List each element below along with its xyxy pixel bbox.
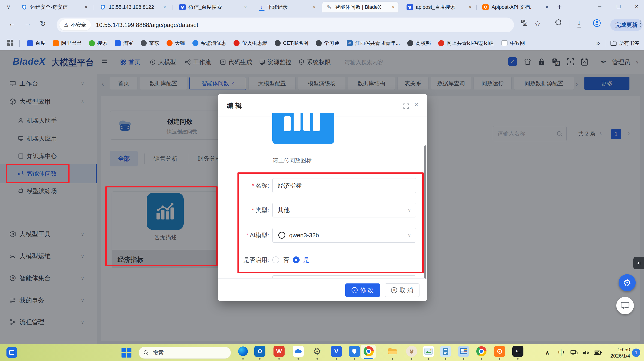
taskbar-edge-icon[interactable]: [238, 346, 248, 357]
taskbar-shield-icon[interactable]: [349, 346, 360, 357]
volume-muted-icon[interactable]: [582, 344, 590, 361]
taskbar-clock[interactable]: 16:50 2026/1/4: [604, 347, 630, 359]
tray-hidden-icons[interactable]: ∧: [545, 344, 550, 361]
taskbar-chrome-icon[interactable]: [363, 346, 374, 357]
network-icon[interactable]: [570, 344, 578, 361]
taskbar-netdisk-icon[interactable]: [406, 346, 417, 357]
annotation-box-card: [105, 186, 218, 266]
profile-icon[interactable]: [593, 19, 601, 27]
notification-badge[interactable]: 1: [632, 349, 640, 357]
ime-indicator[interactable]: 中: [558, 344, 564, 361]
window-close-button[interactable]: ×: [632, 3, 641, 10]
bookmark-item[interactable]: 高校邦: [407, 40, 431, 47]
download-favicon-icon: ↓: [259, 4, 264, 10]
tab-close-icon[interactable]: ×: [313, 4, 316, 10]
taskbar-vpn-icon[interactable]: V: [331, 346, 342, 357]
taskbar-search[interactable]: 搜索: [138, 347, 231, 359]
tab-search-icon[interactable]: ∨: [6, 4, 11, 10]
tab-close-icon[interactable]: ×: [84, 4, 88, 10]
bookmark-item[interactable]: 网上共青团-智慧团建: [438, 40, 494, 47]
taskbar-explorer-icon[interactable]: [387, 346, 398, 357]
menu-more-icon[interactable]: ⋮: [636, 19, 644, 28]
bookmark-item[interactable]: 搜索: [89, 40, 108, 47]
bookmark-favicon: [438, 40, 444, 46]
clock-date: 2026/1/4: [604, 353, 630, 359]
bookmark-label: 阿里巴巴: [61, 40, 82, 47]
extensions-icon[interactable]: [555, 19, 562, 26]
browser-tab[interactable]: 运维安全-奇安信 ×: [17, 2, 91, 12]
bookmark-item[interactable]: 帮您淘优惠: [192, 40, 226, 47]
collapse-panel-button[interactable]: [633, 257, 644, 269]
bookmark-item[interactable]: 天猫: [166, 40, 185, 47]
modal-expand-icon[interactable]: [402, 103, 410, 110]
taskbar-widget-icon[interactable]: [6, 347, 17, 358]
running-dot: [445, 358, 446, 360]
dataset-icon-upload[interactable]: [272, 113, 334, 144]
modal-scrollbar[interactable]: [424, 145, 426, 279]
cancel-button[interactable]: × 取 消: [385, 284, 420, 297]
modal-title: 编 辑: [227, 101, 242, 110]
bookmark-item[interactable]: 淘宝: [115, 40, 133, 47]
downloads-icon[interactable]: ↓: [578, 19, 581, 27]
all-bookmarks-button[interactable]: 所有书签: [610, 40, 640, 47]
taskbar-settings-icon[interactable]: ⚙: [312, 346, 323, 357]
security-chip[interactable]: ⚠ 不安全: [59, 19, 91, 30]
browser-tab[interactable]: apipost_百度搜索 ×: [403, 2, 476, 12]
icon-bar: [313, 113, 320, 131]
apps-grid-icon[interactable]: [7, 40, 14, 47]
browser-toolbar: ← → ↻ ⚠ 不安全 10.55.143.199:8888/aigc/page…: [0, 14, 644, 36]
taskbar-cloud-icon[interactable]: [293, 346, 304, 357]
tab-close-icon[interactable]: ×: [469, 4, 472, 10]
modal-close-icon[interactable]: ×: [414, 100, 418, 109]
bookmark-star-icon[interactable]: ☆: [534, 19, 541, 28]
taskbar-image-viewer-icon[interactable]: [423, 346, 434, 357]
taskbar-chrome2-icon[interactable]: [476, 346, 487, 357]
confirm-button[interactable]: ✓ 修 改: [345, 284, 380, 297]
bookmark-item[interactable]: 学习通: [316, 40, 339, 47]
tab-close-icon[interactable]: ×: [545, 4, 548, 10]
taskbar-control-panel-icon[interactable]: [458, 346, 469, 357]
battery-icon[interactable]: [594, 344, 602, 361]
new-tab-button[interactable]: +: [557, 2, 562, 11]
bookmarks-overflow-icon[interactable]: »: [596, 39, 600, 47]
chat-fab[interactable]: [616, 297, 634, 314]
address-bar[interactable]: ⚠ 不安全 10.55.143.199:8888/aigc/page/datas…: [56, 17, 514, 32]
tab-close-icon[interactable]: ×: [163, 4, 166, 10]
running-dot: [517, 358, 518, 360]
taskbar-apipost-icon[interactable]: [494, 346, 505, 357]
bookmark-label: 江西省共青团青年...: [355, 40, 400, 47]
running-dot: [278, 358, 280, 360]
baidu-favicon-icon: [406, 4, 413, 10]
browser-tab[interactable]: 微信_百度搜索 ×: [176, 2, 250, 12]
url-text[interactable]: 10.55.143.199:8888/aigc/page/dataset: [96, 21, 198, 29]
taskbar-terminal-icon[interactable]: >_: [512, 346, 524, 357]
forward-icon[interactable]: →: [24, 19, 32, 28]
bookmark-item[interactable]: 牛客网: [502, 40, 525, 47]
reload-icon[interactable]: ↻: [40, 19, 46, 28]
bookmark-item[interactable]: 百度: [27, 40, 46, 47]
bookmark-item[interactable]: JF江西省共青团青年...: [347, 40, 400, 47]
browser-tab-active[interactable]: ✎ 智能体问数 | BladeX ×: [322, 2, 398, 12]
taskbar-notes-icon[interactable]: [440, 346, 451, 357]
window-minimize-button[interactable]: –: [595, 3, 604, 10]
taskbar-wps-icon[interactable]: W: [274, 346, 284, 357]
bookmarks-bar: 百度 阿里巴巴 搜索 淘宝 京东 天猫 帮您淘优惠 萤火虫惠聚 CET报名网 学…: [0, 36, 644, 50]
bookmark-item[interactable]: 阿里巴巴: [53, 40, 82, 47]
tab-close-icon[interactable]: ×: [244, 4, 247, 10]
bookmark-item[interactable]: CET报名网: [275, 40, 308, 47]
bookmark-favicon: [316, 40, 322, 46]
window-maximize-button[interactable]: □: [614, 3, 623, 10]
settings-fab[interactable]: ⚙: [618, 274, 636, 291]
browser-tab[interactable]: ↓ 下载记录 ×: [255, 2, 320, 12]
tab-separator: [253, 4, 253, 10]
browser-tab[interactable]: 10.55.143.198:8122 ×: [96, 2, 170, 12]
bookmark-item[interactable]: 萤火虫惠聚: [234, 40, 267, 47]
translate-icon[interactable]: A: [520, 19, 528, 26]
badge-count: 1: [635, 350, 637, 356]
browser-tab[interactable]: Apipost-API 文档. ×: [478, 2, 552, 12]
tab-close-icon[interactable]: ×: [392, 4, 395, 10]
back-icon[interactable]: ←: [8, 19, 16, 28]
start-button[interactable]: [122, 348, 132, 358]
bookmark-item[interactable]: 京东: [141, 40, 159, 47]
taskbar-outlook-icon[interactable]: O: [254, 346, 266, 357]
